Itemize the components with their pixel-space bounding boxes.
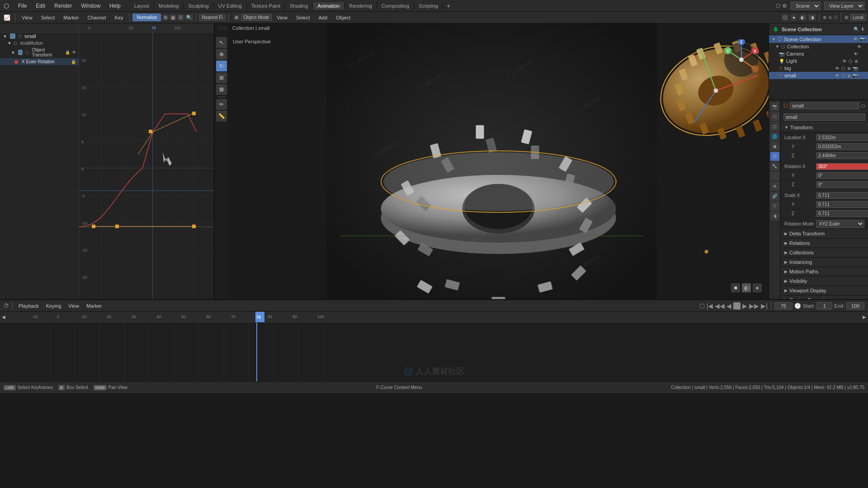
relations-section[interactable]: ▶ Relations [781, 239, 868, 248]
outliner-small[interactable]: ▽ small 👁 ⬡ ⊕ 📷 [769, 72, 868, 79]
props-tab-world[interactable]: ◉ [770, 142, 779, 151]
outliner-camera[interactable]: 📷 Camera 👁 [769, 50, 868, 57]
graph-marker-menu[interactable]: Marker [60, 14, 82, 21]
transform-icon[interactable]: ⊞ [844, 15, 848, 20]
light-extra1[interactable]: ⬡ [849, 59, 853, 64]
light-eye[interactable]: 👁 [842, 59, 847, 64]
play-prev-frame[interactable]: ◀◀ [715, 302, 725, 310]
play-jump-end[interactable]: ▶| [761, 302, 768, 310]
viewport-gizmo[interactable]: X Y Z [721, 39, 762, 80]
tree-item-smallaction[interactable]: ▼ ⬡ smallAction [0, 40, 79, 47]
transform-eye-icon[interactable]: 👁 [72, 50, 76, 55]
viewport-shading-1[interactable]: ⬡ [781, 14, 789, 21]
editor-type-icon[interactable]: 📈 [2, 14, 12, 21]
props-tab-data[interactable]: ▽ [770, 202, 779, 211]
view-layer-select[interactable]: View Layer [824, 2, 864, 10]
big-extra3[interactable]: 📷 [853, 66, 858, 71]
delta-transform-section[interactable]: ▶ Delta Transform [781, 229, 868, 239]
graph-select-menu[interactable]: Select [38, 14, 59, 21]
tool-transform[interactable]: ⊠ [216, 84, 227, 95]
shading-rendered[interactable]: ● [753, 283, 762, 292]
motion-paths-section[interactable]: ▶ Motion Paths [781, 267, 868, 277]
sync-icon[interactable]: ⬡ [699, 302, 705, 310]
tab-compositing[interactable]: Compositing [377, 2, 414, 9]
outliner-filter-icon[interactable]: 🔍 [854, 27, 859, 32]
props-tab-output[interactable]: ⬡ [770, 112, 779, 121]
tool-icon-3[interactable]: ☰ [177, 14, 184, 20]
big-extra2[interactable]: ⊕ [847, 66, 851, 71]
render-settings-icon[interactable]: ⚙ [782, 3, 787, 9]
tool-cursor[interactable]: ↖ [216, 37, 227, 48]
location-z-input[interactable] [816, 152, 868, 159]
graph-view-menu[interactable]: View [18, 14, 36, 21]
col-eye[interactable]: 👁 [857, 44, 862, 49]
props-tab-particles[interactable]: ⁖ [770, 172, 779, 181]
small-extra3[interactable]: 📷 [853, 73, 858, 78]
small-extra2[interactable]: ⊕ [847, 73, 851, 78]
tree-item-small[interactable]: ▼ ▽ small [0, 33, 79, 40]
location-x-input[interactable] [816, 134, 868, 141]
visibility-section[interactable]: ▶ Visibility [781, 277, 868, 286]
normalize-btn[interactable]: Normalize [132, 14, 161, 21]
graph-key-menu[interactable]: Key [111, 14, 127, 21]
tab-rendering[interactable]: Rendering [344, 2, 377, 9]
tool-scale[interactable]: ⊞ [216, 72, 227, 83]
object-name-input[interactable] [790, 102, 859, 109]
tl-view-menu[interactable]: View [66, 302, 82, 310]
menu-edit[interactable]: Edit [32, 2, 49, 10]
render-icon[interactable]: ⬡ [776, 3, 780, 9]
timeline-content[interactable]: 🌐 人人素材社区 [0, 323, 868, 381]
viewport-panel[interactable]: (75) Collection | small User Perspective… [215, 23, 769, 299]
tree-item-object-transform[interactable]: ▼ ⬡ Object Transform 🔒 👁 [0, 47, 79, 58]
menu-file[interactable]: File [14, 2, 30, 10]
scale-y-input[interactable] [816, 201, 868, 208]
frame-end-input[interactable] [846, 302, 864, 310]
big-extra1[interactable]: ⬡ [841, 66, 845, 71]
location-y-input[interactable] [816, 143, 868, 150]
play-reverse[interactable]: ◀ [726, 302, 731, 310]
big-eye[interactable]: 👁 [835, 66, 840, 71]
rotation-x-input[interactable] [816, 163, 868, 170]
frame-start-input[interactable] [816, 302, 832, 310]
scale-x-input[interactable] [816, 192, 868, 199]
object-datablock-input[interactable] [783, 113, 865, 121]
timeline-ruler-area[interactable]: ◀ ▶ -10 0 10 20 30 40 50 60 70 75 80 90 … [0, 312, 868, 323]
play-jump-start[interactable]: |◀ [707, 302, 713, 310]
tl-marker-menu[interactable]: Marker [84, 302, 104, 310]
tool-annotate[interactable]: ✏ [216, 99, 227, 110]
timeline-type-icon[interactable]: ⏱ [4, 303, 9, 309]
props-tab-physics[interactable]: ⊕ [770, 182, 779, 191]
rotation-y-input[interactable] [816, 172, 868, 179]
viewport-shading-2[interactable]: ● [791, 14, 797, 21]
props-tab-view-layer[interactable]: ◫ [770, 122, 779, 131]
rotation-z-input[interactable] [816, 181, 868, 188]
viewport-object-menu[interactable]: Object [332, 14, 354, 21]
instancing-section[interactable]: ▶ Instancing [781, 258, 868, 267]
shading-solid[interactable]: ■ [731, 283, 740, 292]
keying-menu[interactable]: Keying [43, 302, 64, 310]
viewport-mode-select[interactable]: Object Mode [241, 14, 272, 21]
small-extra1[interactable]: ⬡ [841, 73, 845, 78]
props-tab-modifier[interactable]: 🔧 [770, 162, 779, 171]
tab-animation[interactable]: Animation [313, 2, 344, 9]
props-tab-material[interactable]: ◑ [770, 211, 779, 221]
props-tab-render[interactable]: 📷 [770, 102, 779, 111]
tree-checkbox-small[interactable] [10, 33, 15, 39]
tool-measure[interactable]: 📏 [216, 111, 227, 122]
transform-section-header[interactable]: ▼ Transform [781, 123, 868, 132]
tool-icon-2[interactable]: ▦ [170, 14, 176, 20]
collections-section[interactable]: ▶ Collections [781, 248, 868, 258]
scale-z-input[interactable] [816, 210, 868, 217]
menu-render[interactable]: Render [51, 2, 75, 10]
props-tab-scene[interactable]: 🌐 [770, 132, 779, 141]
gizmo-toggle[interactable]: ⊕ [823, 15, 826, 20]
viewport-select-menu[interactable]: Select [292, 14, 314, 21]
xray-toggle[interactable]: ☉ [834, 15, 838, 20]
play-stop[interactable] [733, 302, 741, 310]
menu-help[interactable]: Help [106, 2, 124, 10]
play-next-frame[interactable]: ▶▶ [749, 302, 759, 310]
light-extra2[interactable]: ⊕ [854, 59, 858, 64]
viewport-add-menu[interactable]: Add [315, 14, 331, 21]
cam-eye[interactable]: 👁 [854, 52, 858, 56]
tab-modeling[interactable]: Modeling [154, 2, 184, 9]
